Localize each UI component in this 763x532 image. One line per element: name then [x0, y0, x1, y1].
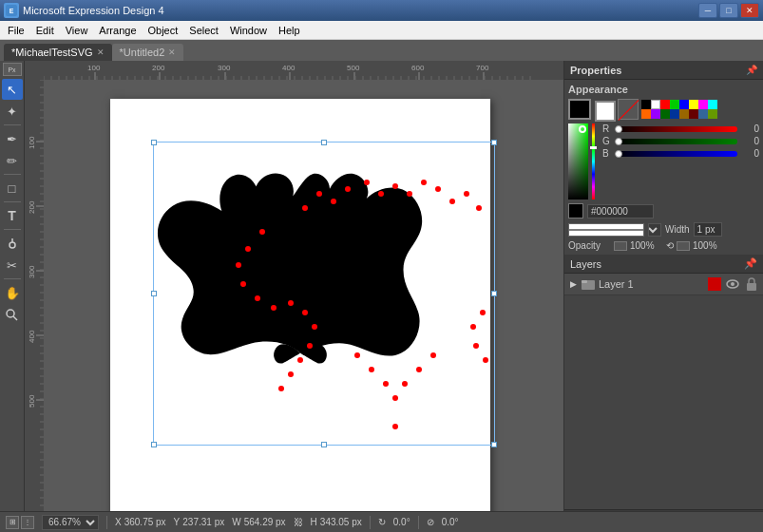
vertical-ruler — [25, 80, 44, 532]
tab-untitled2-close[interactable]: ✕ — [168, 48, 176, 57]
hex-input[interactable] — [587, 204, 654, 218]
close-button[interactable]: ✕ — [740, 3, 759, 18]
green-value: 0 — [740, 136, 759, 146]
properties-pin[interactable]: 📌 — [746, 65, 757, 75]
swatch-magenta[interactable] — [698, 100, 708, 109]
swatch-red[interactable] — [660, 100, 670, 109]
hue-cursor — [590, 146, 597, 149]
swatch-darkgreen[interactable] — [660, 109, 670, 119]
tab-michaeltest[interactable]: *MichaelTestSVG ✕ — [4, 44, 112, 61]
swatch-green[interactable] — [670, 100, 679, 109]
canvas-scroll-area[interactable] — [44, 80, 563, 532]
stroke-selector[interactable] — [593, 99, 616, 120]
snap-button[interactable]: ⊞ — [6, 516, 19, 529]
swatch-black[interactable] — [641, 100, 651, 109]
menu-help[interactable]: Help — [273, 23, 306, 38]
handle-bottom-right[interactable] — [491, 442, 497, 447]
menu-object[interactable]: Object — [143, 23, 184, 38]
toolbar-separator-4 — [4, 229, 21, 230]
tool-pencil[interactable]: ✏ — [2, 150, 23, 171]
status-sep-2 — [370, 516, 371, 529]
none-fill-button[interactable] — [618, 99, 639, 120]
toolbar-separator-5 — [4, 278, 21, 279]
maximize-button[interactable]: □ — [719, 3, 738, 18]
rotation-icon: ↻ — [378, 517, 386, 527]
green-slider[interactable] — [615, 139, 737, 144]
layer-lock-toggle[interactable] — [744, 276, 759, 292]
menu-edit[interactable]: Edit — [30, 23, 60, 38]
menu-view[interactable]: View — [60, 23, 94, 38]
tool-zoom[interactable] — [2, 304, 23, 325]
zoom-dropdown[interactable]: 66.67% — [42, 515, 99, 530]
swatch-purple[interactable] — [651, 109, 660, 119]
handle-top-right[interactable] — [491, 140, 497, 145]
layer-visibility-toggle[interactable] — [725, 276, 740, 292]
layer-color-swatch[interactable] — [708, 277, 721, 291]
tool-scissors[interactable]: ✂ — [2, 255, 23, 276]
tool-paint[interactable] — [2, 233, 23, 254]
swatch-yellow[interactable] — [689, 100, 698, 109]
layers-pin[interactable]: 📌 — [744, 257, 757, 270]
color-gradient-picker[interactable] — [568, 124, 588, 200]
menu-select[interactable]: Select — [183, 23, 224, 38]
batman-shape[interactable] — [153, 151, 448, 389]
swatch-olive[interactable] — [708, 109, 717, 119]
properties-title: Properties — [570, 65, 621, 76]
green-label: G — [602, 136, 612, 146]
swatch-darkblue[interactable] — [670, 109, 679, 119]
tool-text[interactable]: T — [2, 205, 23, 226]
swatch-cyan[interactable] — [708, 100, 717, 109]
tab-michaeltest-close[interactable]: ✕ — [97, 48, 105, 57]
titlebar-left: E Microsoft Expression Design 4 — [4, 3, 164, 18]
tab-untitled2[interactable]: *Untitled2 ✕ — [112, 44, 184, 61]
svg-line-5 — [13, 316, 17, 320]
menu-window[interactable]: Window — [224, 23, 273, 38]
layers-title: Layers — [570, 258, 601, 270]
statusbar: ⊞ ⋮ 66.67% X 360.75 px Y 237.31 px W 564… — [0, 511, 763, 532]
hue-strip[interactable] — [592, 124, 595, 200]
stroke-style-dropdown[interactable] — [648, 223, 661, 237]
tool-hand[interactable]: ✋ — [2, 282, 23, 303]
swatch-brown[interactable] — [679, 109, 689, 119]
red-slider-row: R 0 — [602, 124, 759, 134]
svg-point-2 — [10, 242, 15, 248]
svg-point-42 — [483, 357, 488, 363]
y-value: 237.31 px — [182, 517, 224, 527]
swatch-blue[interactable] — [679, 100, 689, 109]
svg-point-52 — [392, 424, 398, 429]
blue-slider[interactable] — [615, 151, 737, 157]
green-slider-row: G 0 — [602, 136, 759, 146]
opacity-stroke-thumb — [677, 241, 690, 251]
layer-item: ▶ Layer 1 — [564, 274, 763, 295]
ruler-corner — [25, 61, 44, 80]
h-label: H — [311, 517, 317, 527]
layer-expand-button[interactable]: ▶ — [568, 279, 578, 289]
swatch-steelblue[interactable] — [698, 109, 708, 119]
fill-selector[interactable] — [568, 99, 591, 120]
fill-stroke-selectors — [568, 99, 639, 120]
swatch-orange[interactable] — [641, 109, 651, 119]
minimize-button[interactable]: ─ — [698, 3, 717, 18]
grid-button[interactable]: ⋮ — [21, 516, 34, 529]
layer-name[interactable]: Layer 1 — [599, 278, 704, 290]
menu-arrange[interactable]: Arrange — [93, 23, 142, 38]
tool-node[interactable]: ✦ — [2, 101, 23, 122]
status-sep-1 — [106, 516, 107, 529]
handle-middle-right[interactable] — [491, 291, 497, 296]
tool-pen[interactable]: ✒ — [2, 128, 23, 149]
svg-rect-54 — [582, 280, 587, 283]
swatch-darkred[interactable] — [689, 109, 698, 119]
blue-value: 0 — [740, 148, 759, 159]
titlebar-controls[interactable]: ─ □ ✕ — [698, 3, 759, 18]
red-label: R — [602, 124, 612, 134]
svg-point-18 — [476, 205, 482, 211]
tool-select[interactable]: ↖ — [2, 79, 23, 100]
toolbar-separator-3 — [4, 201, 21, 202]
tool-rectangle[interactable]: □ — [2, 178, 23, 199]
menu-file[interactable]: File — [2, 23, 30, 38]
red-slider[interactable] — [615, 126, 737, 132]
right-panel: Properties 📌 Appearance — [563, 61, 763, 532]
swatch-white[interactable] — [651, 100, 660, 109]
stroke-width-input[interactable] — [694, 222, 722, 237]
main-area: Px ↖ ✦ ✒ ✏ □ T ✂ ✋ — [0, 61, 763, 532]
